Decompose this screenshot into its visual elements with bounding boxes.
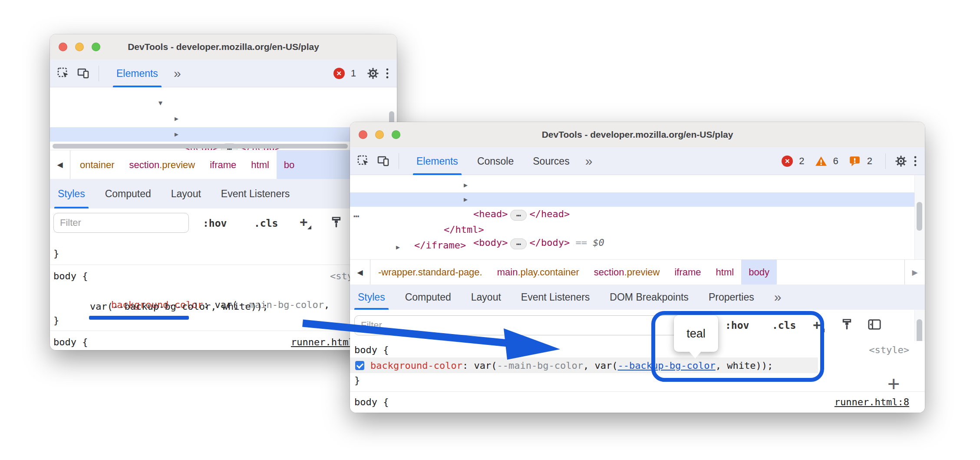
breadcrumb-back-icon[interactable]: ◀ xyxy=(50,150,70,179)
stylesheet-link[interactable]: runner.html:8 xyxy=(835,396,909,409)
screenshot-stage: DevTools - developer.mozilla.org/en-US/p… xyxy=(0,0,980,460)
tooltip-text: teal xyxy=(686,327,706,341)
annotation-underline xyxy=(89,316,189,320)
more-tabs-icon[interactable]: » xyxy=(585,154,592,169)
error-badge-icon[interactable]: × xyxy=(333,68,345,79)
doctype-row: <!DOCTYPE html> xyxy=(128,87,397,94)
breadcrumb-item-container[interactable]: ontainer xyxy=(73,150,122,179)
declaration-line-2[interactable]: var(--backup-bg-color, white)); xyxy=(90,300,268,313)
styles-pane: body { <style> background-color: var(--m… xyxy=(350,341,925,413)
sidebar-tabs: Styles Computed Layout Event Listeners xyxy=(50,179,397,208)
issues-badge-icon[interactable] xyxy=(849,155,861,167)
rule-selector[interactable]: body { xyxy=(53,336,88,349)
tree-row-iframe-close[interactable]: </iframe> xyxy=(350,224,925,238)
breadcrumb-item-section-preview[interactable]: section.preview xyxy=(122,150,203,179)
devtools-toolbar: Elements Console Sources » × 2 6 2 xyxy=(350,147,925,175)
tab-styles[interactable]: Styles xyxy=(58,179,85,208)
expand-arrow-icon[interactable]: ▶ xyxy=(175,112,178,126)
new-style-rule-button[interactable]: + xyxy=(300,215,308,228)
kebab-menu-icon[interactable] xyxy=(914,155,917,168)
hover-pseudo-button[interactable]: :hov xyxy=(203,208,227,238)
kebab-menu-icon[interactable] xyxy=(386,67,389,80)
breadcrumb-item-html[interactable]: html xyxy=(244,150,277,179)
tab-sources[interactable]: Sources xyxy=(533,147,569,175)
breadcrumb-item-main-play-container[interactable]: main.play.container xyxy=(490,260,587,285)
gear-icon[interactable] xyxy=(894,155,907,168)
more-tabs-icon[interactable]: » xyxy=(174,66,181,81)
tab-computed[interactable]: Computed xyxy=(105,179,151,208)
tab-dom-breakpoints[interactable]: DOM Breakpoints xyxy=(610,285,689,310)
tab-elements[interactable]: Elements xyxy=(416,147,458,175)
style-origin-link[interactable]: <style> xyxy=(869,344,909,357)
titlebar: DevTools - developer.mozilla.org/en-US/p… xyxy=(50,34,397,60)
paintbrush-icon[interactable] xyxy=(330,215,343,229)
tab-event-listeners[interactable]: Event Listeners xyxy=(221,179,290,208)
paintbrush-icon[interactable] xyxy=(841,318,854,331)
inspect-element-icon[interactable] xyxy=(57,67,70,80)
titlebar: DevTools - developer.mozilla.org/en-US/p… xyxy=(350,122,925,148)
window-title: DevTools - developer.mozilla.org/en-US/p… xyxy=(50,34,397,60)
more-tabs-icon[interactable]: » xyxy=(774,290,781,304)
tab-layout[interactable]: Layout xyxy=(171,179,201,208)
breadcrumb-item-iframe[interactable]: iframe xyxy=(667,260,708,285)
toolbar-divider xyxy=(885,153,886,169)
tab-event-listeners[interactable]: Event Listeners xyxy=(521,285,590,310)
expand-arrow-icon[interactable]: ▶ xyxy=(396,240,400,255)
breadcrumb-item-section-preview[interactable]: section.preview xyxy=(587,260,667,285)
tree-row-head[interactable]: ▶ <head>…</head> xyxy=(50,112,397,126)
devtools-window-back: DevTools - developer.mozilla.org/en-US/p… xyxy=(50,34,397,350)
breadcrumb-item-iframe[interactable]: iframe xyxy=(202,150,244,179)
rule-selector[interactable]: body { xyxy=(354,344,389,357)
clipped-rule: element.style { xyxy=(53,238,397,245)
breadcrumb-item-body[interactable]: bo xyxy=(277,150,361,179)
expand-arrow-icon[interactable]: ▶ xyxy=(175,127,178,142)
add-declaration-button[interactable]: + xyxy=(888,375,900,392)
sidebar-toggle-icon[interactable] xyxy=(868,318,881,331)
error-badge-icon[interactable]: × xyxy=(782,156,793,167)
collapse-arrow-icon[interactable]: ▼ xyxy=(158,96,162,110)
inspect-element-icon[interactable] xyxy=(357,155,370,168)
device-toolbar-icon[interactable] xyxy=(377,155,390,168)
breadcrumb-back-icon[interactable]: ◀ xyxy=(350,260,370,285)
styles-filter-bar: :hov .cls + xyxy=(350,310,925,341)
rule-selector[interactable]: body { xyxy=(354,396,389,409)
error-count: 1 xyxy=(351,68,356,79)
tab-elements[interactable]: Elements xyxy=(116,60,158,87)
rule-close: } xyxy=(53,314,59,327)
status-badges: × 1 xyxy=(333,67,389,80)
rule-selector[interactable]: body { xyxy=(53,270,88,283)
status-badges: × 2 6 2 xyxy=(782,153,917,169)
vertical-scrollbar[interactable] xyxy=(917,202,922,231)
expand-arrow-icon[interactable]: ▶ xyxy=(464,178,468,192)
tree-row-body-selected[interactable]: … ▶ <body>…</body> == $0 xyxy=(50,127,397,142)
horizontal-scrollbar[interactable] xyxy=(53,144,348,149)
breadcrumb-item-body[interactable]: body xyxy=(741,260,777,285)
gear-icon[interactable] xyxy=(366,67,379,80)
declaration-row[interactable]: background-color: var(--main-bg-color, v… xyxy=(350,357,925,373)
breadcrumb-forward-icon[interactable]: ▶ xyxy=(904,260,925,285)
tree-row-html[interactable]: ▼ <html lang="en"> xyxy=(50,96,397,110)
declaration-checkbox[interactable] xyxy=(355,361,364,370)
tab-styles[interactable]: Styles xyxy=(358,285,385,310)
tab-layout[interactable]: Layout xyxy=(471,285,501,310)
window-title: DevTools - developer.mozilla.org/en-US/p… xyxy=(350,122,925,147)
tab-properties[interactable]: Properties xyxy=(709,285,754,310)
rule-close: } xyxy=(53,247,59,260)
tree-row-head[interactable]: ▶ <head>…</head> xyxy=(350,178,925,192)
toggle-class-button[interactable]: .cls xyxy=(254,208,278,238)
warning-badge-icon[interactable] xyxy=(815,156,827,167)
breadcrumb-item-wrapper[interactable]: -wrapper.standard-page. xyxy=(371,260,490,285)
sidebar-tabs: Styles Computed Layout Event Listeners D… xyxy=(350,285,925,310)
tree-row-html-close[interactable]: </html> xyxy=(350,208,925,222)
tree-row-body-selected[interactable]: … ▶ <body>…</body> == $0 xyxy=(350,192,925,207)
filter-input[interactable] xyxy=(53,213,189,233)
tab-console[interactable]: Console xyxy=(477,147,514,175)
expand-arrow-icon[interactable]: ▶ xyxy=(464,192,468,207)
tree-row-play-console[interactable]: ▶ <div id="play-console">…</div>flex xyxy=(350,240,925,255)
device-toolbar-icon[interactable] xyxy=(77,67,90,80)
warning-count: 6 xyxy=(833,156,838,167)
breadcrumb-item-html[interactable]: html xyxy=(709,260,742,285)
breadcrumb: ◀ -wrapper.standard-page. main.play.cont… xyxy=(350,259,925,285)
tab-computed[interactable]: Computed xyxy=(405,285,451,310)
toolbar-divider xyxy=(399,153,399,169)
